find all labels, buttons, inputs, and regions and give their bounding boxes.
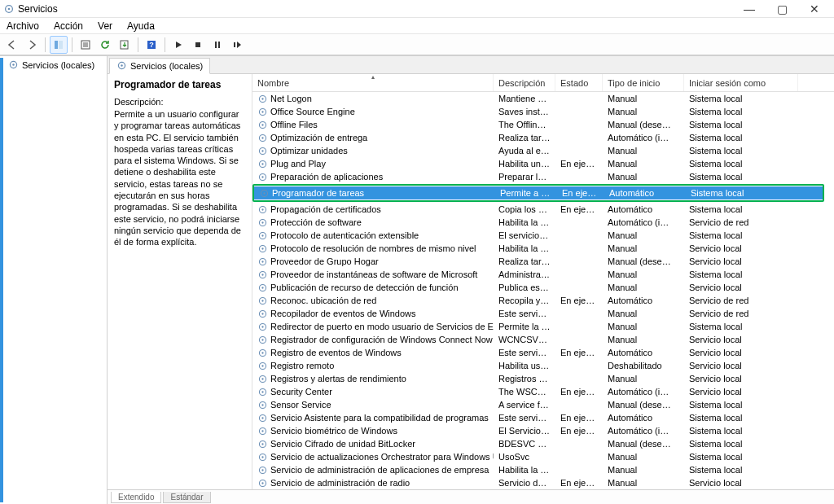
service-row[interactable]: Office Source EngineSaves install…Manual…: [252, 105, 834, 118]
service-row[interactable]: Registros y alertas de rendimientoRegist…: [252, 372, 834, 385]
service-row[interactable]: Registro remotoHabilita usu…Deshabilitad…: [252, 359, 834, 372]
service-name: Protocolo de resolución de nombres de mi…: [270, 243, 476, 253]
service-row[interactable]: Proveedor de Grupo HogarRealiza tarea…Ma…: [252, 255, 834, 268]
service-row[interactable]: Recopilador de eventos de WindowsEste se…: [252, 307, 834, 320]
cell-desc: El Servicio bi…: [494, 426, 555, 436]
svg-point-26: [261, 137, 263, 138]
service-row[interactable]: Sensor ServiceA service for…Manual (dese…: [252, 398, 834, 411]
service-row[interactable]: Reconoc. ubicación de redRecopila y al…E…: [252, 294, 834, 307]
service-gear-icon: [257, 387, 268, 397]
service-row[interactable]: Redirector de puerto en modo usuario de …: [252, 320, 834, 333]
menu-accion[interactable]: Acción: [50, 19, 86, 33]
nav-root-item[interactable]: Servicios (locales): [5, 58, 107, 72]
service-gear-icon: [257, 452, 268, 462]
cell-nombre: Recopilador de eventos de Windows: [252, 309, 494, 319]
menu-ayuda[interactable]: Ayuda: [124, 19, 158, 33]
cell-login: Servicio de red: [684, 309, 798, 318]
properties-button[interactable]: [77, 36, 94, 54]
svg-rect-2: [55, 41, 58, 49]
cell-login: Servicio local: [684, 478, 798, 488]
cell-desc: Copia los ce…: [494, 204, 555, 214]
service-row[interactable]: Propagación de certificadosCopia los ce……: [252, 203, 834, 216]
cell-nombre: Servicio de administración de aplicacion…: [252, 465, 494, 476]
service-row[interactable]: Servicio Cifrado de unidad BitLockerBDES…: [252, 437, 834, 450]
service-row[interactable]: Servicio biométrico de WindowsEl Servici…: [252, 424, 834, 437]
close-button[interactable]: ✕: [798, 0, 831, 18]
btab-estandar[interactable]: Estándar: [163, 492, 210, 503]
service-row[interactable]: Protocolo de resolución de nombres de mi…: [252, 242, 834, 255]
cell-login: Servicio local: [684, 243, 798, 253]
export-button[interactable]: [116, 36, 134, 54]
service-row[interactable]: Publicación de recurso de detección de f…: [252, 281, 834, 294]
cell-desc: Habilita un …: [494, 159, 555, 169]
help-button[interactable]: ?: [143, 36, 160, 54]
service-gear-icon: [257, 120, 268, 130]
title-bar: Servicios — ▢ ✕: [0, 0, 834, 18]
service-row[interactable]: Plug and PlayHabilita un …En ejecu…Manua…: [252, 157, 834, 170]
maximize-button[interactable]: ▢: [766, 0, 798, 18]
cell-login: Sistema local: [684, 230, 798, 240]
menu-archivo[interactable]: Archivo: [3, 19, 42, 33]
service-row[interactable]: Servicio Asistente para la compatibilida…: [252, 411, 834, 424]
col-login[interactable]: Iniciar sesión como: [684, 74, 798, 91]
service-row[interactable]: Programador de tareasPermite a u…En ejec…: [254, 186, 823, 199]
cell-login: Sistema local: [684, 107, 798, 116]
col-nombre[interactable]: Nombre ▴: [252, 74, 494, 91]
refresh-button[interactable]: [96, 36, 114, 54]
start-service-button[interactable]: [169, 36, 187, 54]
tab-servicios-locales[interactable]: Servicios (locales): [109, 58, 210, 74]
service-row[interactable]: Optimizar unidadesAyuda al eq…ManualSist…: [252, 144, 834, 157]
service-row[interactable]: Protección de softwareHabilita la d…Auto…: [252, 216, 834, 229]
cell-desc: Realiza tarea…: [494, 256, 555, 266]
tab-label: Servicios (locales): [130, 61, 203, 71]
cell-tipo: Manual: [603, 94, 684, 103]
service-gear-icon: [257, 159, 268, 169]
service-row[interactable]: Servicio de administración de aplicacion…: [252, 463, 834, 476]
cell-desc: The Offline …: [494, 120, 555, 129]
service-row[interactable]: Servicio de actualizaciones Orchestrator…: [252, 450, 834, 463]
selection-highlight: Programador de tareasPermite a u…En ejec…: [252, 184, 824, 202]
cell-tipo: Manual: [603, 374, 684, 383]
menu-ver[interactable]: Ver: [94, 19, 116, 33]
cell-login: Sistema local: [684, 465, 798, 475]
minimize-button[interactable]: —: [733, 0, 766, 18]
service-name: Net Logon: [270, 94, 312, 103]
col-estado[interactable]: Estado: [555, 74, 603, 91]
col-descripcion[interactable]: Descripción: [494, 74, 555, 91]
service-row[interactable]: Offline FilesThe Offline …Manual (dese…S…: [252, 118, 834, 131]
cell-estado: En ejecu…: [555, 426, 603, 436]
restart-service-button[interactable]: [228, 36, 246, 54]
cell-tipo: Deshabilitado: [603, 361, 684, 370]
rows-container[interactable]: Net LogonMantiene u…ManualSistema localO…: [252, 92, 834, 489]
service-row[interactable]: Protocolo de autenticación extensibleEl …: [252, 229, 834, 242]
service-row[interactable]: Security CenterThe WSCSV…En ejecu…Automá…: [252, 385, 834, 398]
btab-extendido[interactable]: Extendido: [111, 492, 161, 503]
service-name: Plug and Play: [270, 159, 326, 169]
cell-tipo: Automático (i…: [603, 133, 684, 142]
service-row[interactable]: Proveedor de instantáneas de software de…: [252, 268, 834, 281]
cell-desc: Mantiene u…: [494, 94, 555, 103]
pause-service-button[interactable]: [208, 36, 226, 54]
service-row[interactable]: Servicio de administración de radioServi…: [252, 476, 834, 489]
cell-tipo: Manual: [603, 230, 684, 240]
service-gear-icon: [257, 439, 268, 449]
svg-point-78: [261, 482, 263, 484]
gear-icon: [116, 60, 127, 71]
service-row[interactable]: Optimización de entregaRealiza tarea…Aut…: [252, 131, 834, 144]
svg-point-46: [261, 274, 263, 275]
cell-estado: En ejecu…: [555, 296, 603, 305]
back-button[interactable]: [3, 36, 21, 54]
service-row[interactable]: Net LogonMantiene u…ManualSistema local: [252, 92, 834, 105]
forward-button[interactable]: [23, 36, 41, 54]
service-row[interactable]: Registro de eventos de WindowsEste servi…: [252, 346, 834, 359]
col-tipo[interactable]: Tipo de inicio: [603, 74, 684, 91]
show-hide-tree-button[interactable]: [50, 36, 68, 54]
service-row[interactable]: Preparación de aplicacionesPreparar las …: [252, 170, 834, 183]
service-row[interactable]: Registrador de configuración de Windows …: [252, 333, 834, 346]
stop-service-button[interactable]: [189, 36, 207, 54]
service-gear-icon: [257, 133, 268, 143]
svg-point-72: [261, 443, 263, 445]
cell-nombre: Plug and Play: [252, 159, 494, 169]
cell-nombre: Preparación de aplicaciones: [252, 172, 494, 182]
service-gear-icon: [257, 107, 268, 117]
